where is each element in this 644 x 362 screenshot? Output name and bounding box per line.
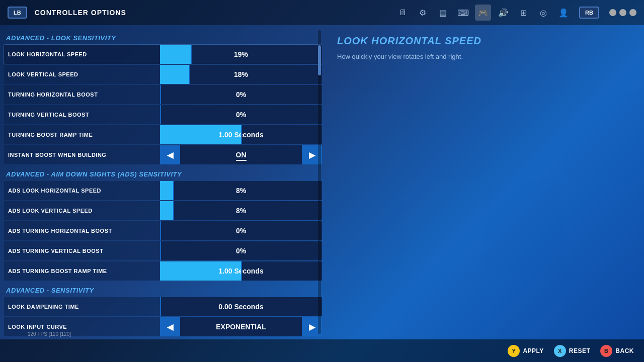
setting-label-ads-turning-boost-ramp-time: ADS TURNING BOOST RAMP TIME xyxy=(4,268,160,274)
left-panel: ADVANCED - LOOK SENSITIVITY LOOK HORIZON… xyxy=(0,25,322,339)
window-title: CONTROLLER OPTIONS xyxy=(35,9,389,17)
right-panel: LOOK HORIZONTAL SPEED How quickly your v… xyxy=(322,25,644,339)
rb-button[interactable]: RB xyxy=(579,7,599,19)
slider-value: 8% xyxy=(160,187,322,195)
x-button[interactable]: X xyxy=(554,345,566,357)
setting-label-look-dampening-time: LOOK DAMPENING TIME xyxy=(4,304,160,310)
maximize-button[interactable] xyxy=(619,9,626,16)
window-controls xyxy=(609,9,636,16)
ads-sensitivity-settings: ADS LOOK HORIZONTAL SPEED 8% ADS LOOK VE… xyxy=(4,181,322,281)
sensitivity-settings: LOOK DAMPENING TIME 0.00 Seconds LOOK IN… xyxy=(4,297,322,336)
fps-counter: 120 FPS [120 |120] xyxy=(28,331,71,337)
slider-divider xyxy=(160,85,161,104)
slider-value: 18% xyxy=(160,70,322,78)
arrow-control-look-input-curve: ◀ EXPONENTIAL ▶ xyxy=(160,317,322,336)
list-icon[interactable]: ▤ xyxy=(435,5,451,21)
slider-divider xyxy=(191,45,192,64)
slider-divider xyxy=(241,261,242,281)
bottom-bar: Y APPLY X RESET B BACK xyxy=(0,339,644,362)
setting-label-turning-horizontal-boost: TURNING HORIZONTAL BOOST xyxy=(4,92,160,98)
slider-divider xyxy=(173,201,174,220)
slider-divider xyxy=(160,297,161,316)
look-sensitivity-settings: LOOK HORIZONTAL SPEED 19% LOOK VERTICAL … xyxy=(4,45,322,164)
section-header-look: ADVANCED - LOOK SENSITIVITY xyxy=(4,30,322,45)
info-description: How quickly your view rotates left and r… xyxy=(337,52,629,62)
back-label: BACK xyxy=(615,347,634,354)
slider-value: 0.00 Seconds xyxy=(160,303,322,311)
monitor-icon[interactable]: 🖥 xyxy=(394,5,411,21)
slider-look-vertical-speed[interactable]: 18% xyxy=(160,65,322,84)
close-button[interactable] xyxy=(629,9,636,16)
slider-divider xyxy=(189,65,190,84)
slider-ads-look-vertical-speed[interactable]: 8% xyxy=(160,201,322,220)
audio-icon[interactable]: 🔊 xyxy=(495,5,511,21)
setting-label-ads-turning-horizontal-boost: ADS TURNING HORIZONTAL BOOST xyxy=(4,228,160,234)
slider-turning-vertical-boost[interactable]: 0% xyxy=(160,105,322,124)
slider-value: 0% xyxy=(160,90,322,99)
setting-label-look-input-curve: LOOK INPUT CURVE xyxy=(4,324,160,330)
slider-value: 19% xyxy=(160,50,322,58)
setting-turning-horizontal-boost[interactable]: TURNING HORIZONTAL BOOST 0% xyxy=(4,85,322,104)
setting-ads-look-horizontal-speed[interactable]: ADS LOOK HORIZONTAL SPEED 8% xyxy=(4,181,322,200)
slider-divider xyxy=(241,125,242,144)
back-action[interactable]: B BACK xyxy=(600,345,634,357)
reset-label: RESET xyxy=(569,347,591,354)
arrow-value: EXPONENTIAL xyxy=(180,323,302,331)
lb-button[interactable]: LB xyxy=(8,7,27,19)
setting-label-ads-look-horizontal-speed: ADS LOOK HORIZONTAL SPEED xyxy=(4,188,160,194)
setting-label-turning-vertical-boost: TURNING VERTICAL BOOST xyxy=(4,112,160,118)
slider-look-dampening-time[interactable]: 0.00 Seconds xyxy=(160,297,322,316)
apply-action[interactable]: Y APPLY xyxy=(508,345,543,357)
minimize-button[interactable] xyxy=(609,9,616,16)
arrow-value-text: ON xyxy=(236,151,247,161)
slider-value: 0% xyxy=(160,227,322,235)
setting-look-vertical-speed[interactable]: LOOK VERTICAL SPEED 18% xyxy=(4,65,322,84)
user-icon[interactable]: 👤 xyxy=(555,5,572,21)
setting-ads-turning-vertical-boost[interactable]: ADS TURNING VERTICAL BOOST 0% xyxy=(4,241,322,260)
controller-icon[interactable]: 🎮 xyxy=(475,5,491,21)
slider-value: 0% xyxy=(160,247,322,255)
slider-value: 0% xyxy=(160,111,322,119)
setting-label-ads-look-vertical-speed: ADS LOOK VERTICAL SPEED xyxy=(4,208,160,214)
setting-label-ads-turning-vertical-boost: ADS TURNING VERTICAL BOOST xyxy=(4,248,160,254)
slider-ads-turning-horizontal-boost[interactable]: 0% xyxy=(160,221,322,240)
setting-label-instant-boost: INSTANT BOOST WHEN BUILDING xyxy=(4,152,160,158)
reset-action[interactable]: X RESET xyxy=(554,345,591,357)
info-title: LOOK HORIZONTAL SPEED xyxy=(337,35,629,47)
setting-turning-vertical-boost[interactable]: TURNING VERTICAL BOOST 0% xyxy=(4,105,322,124)
setting-look-horizontal-speed[interactable]: LOOK HORIZONTAL SPEED 19% xyxy=(4,45,322,64)
arrow-value: ON xyxy=(180,151,302,159)
slider-turning-horizontal-boost[interactable]: 0% xyxy=(160,85,322,104)
setting-look-dampening-time[interactable]: LOOK DAMPENING TIME 0.00 Seconds xyxy=(4,297,322,316)
gamepad-icon[interactable]: ◎ xyxy=(535,5,551,21)
b-button[interactable]: B xyxy=(600,345,612,357)
slider-divider xyxy=(173,181,174,200)
slider-turning-boost-ramp-time[interactable]: 1.00 Seconds xyxy=(160,125,322,144)
setting-instant-boost-when-building[interactable]: INSTANT BOOST WHEN BUILDING ◀ ON ▶ xyxy=(4,145,322,164)
setting-label-turning-boost-ramp-time: TURNING BOOST RAMP TIME xyxy=(4,132,160,138)
slider-divider xyxy=(160,241,161,260)
setting-ads-turning-horizontal-boost[interactable]: ADS TURNING HORIZONTAL BOOST 0% xyxy=(4,221,322,240)
slider-divider xyxy=(160,105,161,124)
apply-label: APPLY xyxy=(523,347,543,354)
slider-ads-turning-vertical-boost[interactable]: 0% xyxy=(160,241,322,260)
setting-turning-boost-ramp-time[interactable]: TURNING BOOST RAMP TIME 1.00 Seconds xyxy=(4,125,322,144)
main-container: ADVANCED - LOOK SENSITIVITY LOOK HORIZON… xyxy=(0,25,644,339)
network-icon[interactable]: ⊞ xyxy=(515,5,531,21)
slider-ads-turning-boost-ramp-time[interactable]: 1.00 Seconds xyxy=(160,261,322,281)
y-button[interactable]: Y xyxy=(508,345,520,357)
slider-ads-look-horizontal-speed[interactable]: 8% xyxy=(160,181,322,200)
setting-ads-turning-boost-ramp-time[interactable]: ADS TURNING BOOST RAMP TIME 1.00 Seconds xyxy=(4,261,322,281)
setting-label-look-horizontal-speed: LOOK HORIZONTAL SPEED xyxy=(4,51,160,57)
section-header-ads: ADVANCED - AIM DOWN SIGHTS (ADS) SENSITI… xyxy=(4,166,322,181)
arrow-left-button[interactable]: ◀ xyxy=(160,145,180,164)
keyboard-icon[interactable]: ⌨ xyxy=(455,5,471,21)
titlebar: LB CONTROLLER OPTIONS 🖥 ⚙ ▤ ⌨ 🎮 🔊 ⊞ ◎ 👤 … xyxy=(0,0,644,25)
setting-label-look-vertical-speed: LOOK VERTICAL SPEED xyxy=(4,71,160,77)
setting-ads-look-vertical-speed[interactable]: ADS LOOK VERTICAL SPEED 8% xyxy=(4,201,322,220)
arrow-left-button[interactable]: ◀ xyxy=(160,317,180,336)
slider-value: 8% xyxy=(160,207,322,215)
nav-icons: 🖥 ⚙ ▤ ⌨ 🎮 🔊 ⊞ ◎ 👤 xyxy=(394,5,572,21)
gear-icon[interactable]: ⚙ xyxy=(415,5,431,21)
slider-look-horizontal-speed[interactable]: 19% xyxy=(160,45,322,64)
